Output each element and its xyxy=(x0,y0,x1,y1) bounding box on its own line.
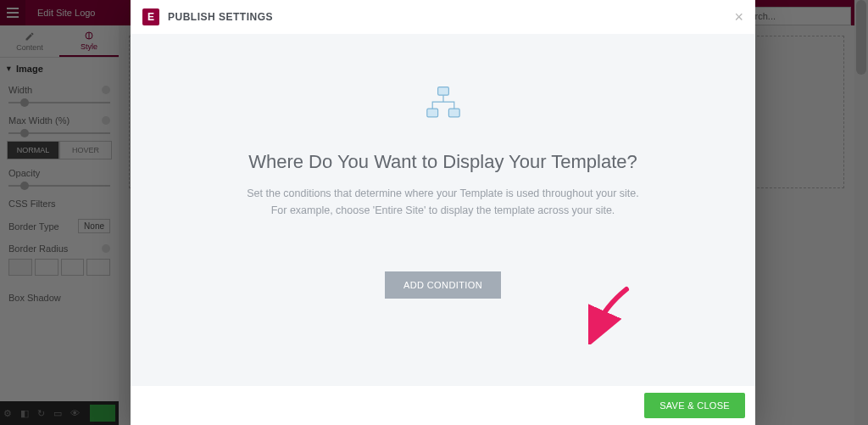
modal-headline: Where Do You Want to Display Your Templa… xyxy=(248,151,637,173)
annotation-arrow-icon xyxy=(588,285,639,344)
add-condition-button[interactable]: ADD CONDITION xyxy=(385,271,501,299)
elementor-logo-icon: E xyxy=(142,8,159,25)
svg-rect-3 xyxy=(448,109,459,117)
sitemap-icon xyxy=(423,85,464,124)
modal-body: Where Do You Want to Display Your Templa… xyxy=(131,34,755,386)
modal-title: PUBLISH SETTINGS xyxy=(168,11,273,23)
publish-settings-modal: E PUBLISH SETTINGS × Where Do You Want t… xyxy=(131,0,755,425)
close-icon[interactable]: × xyxy=(734,9,743,25)
modal-header: E PUBLISH SETTINGS × xyxy=(131,0,755,34)
save-close-button[interactable]: SAVE & CLOSE xyxy=(644,393,745,418)
modal-footer: SAVE & CLOSE xyxy=(131,386,755,425)
svg-rect-2 xyxy=(426,109,437,117)
modal-subtext-line1: Set the conditions that determine where … xyxy=(247,185,639,202)
svg-rect-1 xyxy=(437,87,448,96)
modal-subtext: Set the conditions that determine where … xyxy=(247,185,639,219)
modal-subtext-line2: For example, choose 'Entire Site' to dis… xyxy=(247,202,639,219)
